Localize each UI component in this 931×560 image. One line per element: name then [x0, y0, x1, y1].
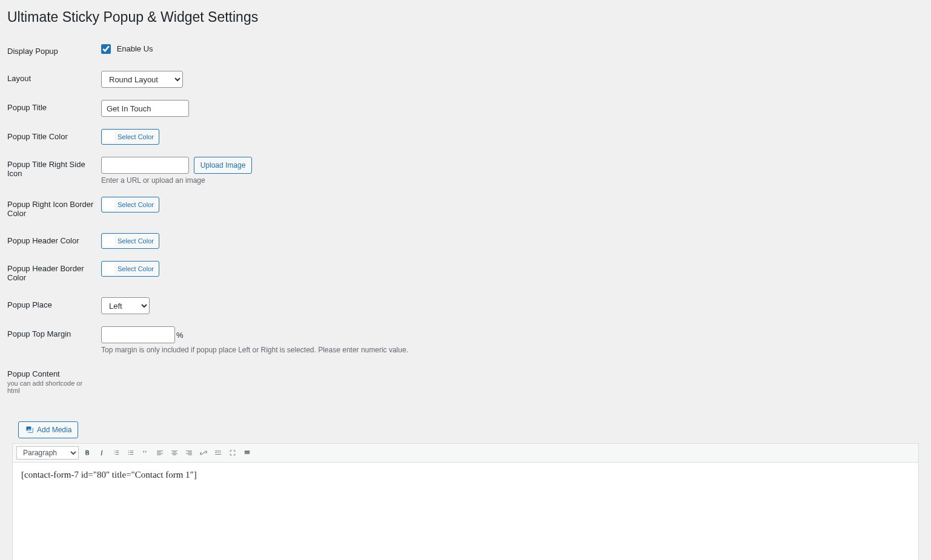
label-display-popup: Display Popup	[7, 38, 101, 65]
label-popup-content: Popup Content you can add shortcode or h…	[7, 360, 101, 403]
header-color-button[interactable]: Select Color	[101, 233, 159, 249]
label-header-border-color: Popup Header Border Color	[7, 255, 101, 291]
percent-label: %	[176, 331, 184, 340]
color-swatch-icon	[104, 131, 114, 142]
settings-form: Display Popup Enable Us Layout Round Lay…	[7, 38, 414, 403]
top-margin-desc: Top margin is only included if popup pla…	[101, 346, 408, 354]
align-left-icon[interactable]	[154, 447, 166, 459]
link-icon[interactable]	[197, 447, 210, 459]
label-popup-title: Popup Title	[7, 94, 101, 123]
bullet-list-icon[interactable]	[110, 447, 122, 459]
enable-us-label: Enable Us	[117, 44, 153, 53]
italic-icon[interactable]	[96, 447, 108, 459]
label-title-icon: Popup Title Right Side Icon	[7, 151, 101, 191]
icon-border-color-button[interactable]: Select Color	[101, 197, 159, 212]
enable-us-checkbox[interactable]	[101, 44, 111, 54]
label-popup-place: Popup Place	[7, 291, 101, 320]
popup-title-input[interactable]	[101, 100, 189, 117]
layout-select[interactable]: Round Layout	[101, 71, 183, 88]
title-icon-desc: Enter a URL or upload an image	[101, 176, 408, 185]
popup-place-select[interactable]: Left Bottom	[101, 297, 150, 314]
paragraph-select[interactable]: Paragraph	[16, 446, 79, 460]
editor-content[interactable]: [contact-form-7 id="80" title="Contact f…	[12, 463, 919, 560]
add-media-button[interactable]: Add Media	[18, 421, 78, 438]
toolbar-toggle-icon[interactable]	[241, 447, 253, 459]
title-color-button[interactable]: Select Color	[101, 129, 159, 145]
align-right-icon[interactable]	[183, 447, 195, 459]
label-icon-border-color: Popup Right Icon Border Color	[7, 191, 101, 227]
editor-section: Add Media Paragraph [contact-form-7 id="…	[12, 421, 919, 560]
color-swatch-icon	[104, 199, 114, 210]
quote-icon[interactable]	[139, 447, 151, 459]
label-header-color: Popup Header Color	[7, 227, 101, 255]
label-title-color: Popup Title Color	[7, 123, 101, 151]
page-title: Ultimate Sticky Popup & Widget Settings	[7, 9, 919, 25]
label-top-margin: Popup Top Margin	[7, 320, 101, 360]
bold-icon[interactable]	[81, 447, 93, 459]
color-swatch-icon	[104, 236, 114, 246]
title-icon-url-input[interactable]	[101, 157, 189, 174]
header-border-color-button[interactable]: Select Color	[101, 261, 159, 277]
upload-image-button[interactable]: Upload Image	[194, 157, 253, 174]
top-margin-input[interactable]	[101, 326, 175, 343]
color-swatch-icon	[104, 263, 114, 274]
popup-content-subnote: you can add shortcode or html	[7, 380, 95, 394]
numbered-list-icon[interactable]	[125, 447, 137, 459]
read-more-icon[interactable]	[212, 447, 224, 459]
align-center-icon[interactable]	[168, 447, 181, 459]
editor-toolbar: Paragraph	[12, 443, 919, 463]
fullscreen-icon[interactable]	[227, 447, 239, 459]
media-icon	[25, 425, 35, 435]
label-layout: Layout	[7, 65, 101, 94]
